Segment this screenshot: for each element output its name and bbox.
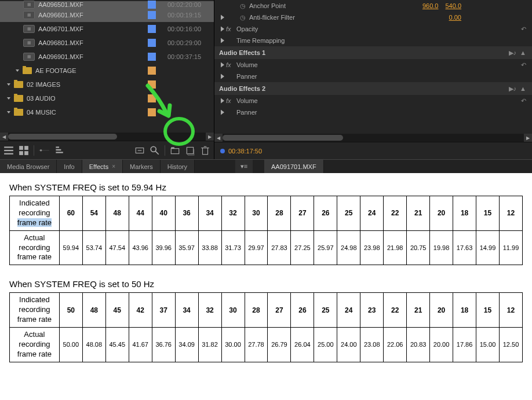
clip-row[interactable]: ▦AA096701.MXF00:00:16:00 bbox=[0, 22, 214, 36]
current-timecode[interactable]: 00:38:17:50 bbox=[228, 148, 262, 155]
project-panel: ▦AA096501.MXF00:02:20:00▦AA096601.MXF00:… bbox=[0, 0, 214, 159]
svg-rect-6 bbox=[24, 151, 28, 155]
actual-cell: 21.98 bbox=[384, 230, 407, 265]
indicated-cell: 32 bbox=[198, 293, 221, 328]
close-icon[interactable]: × bbox=[112, 163, 115, 170]
automate-icon[interactable] bbox=[134, 145, 145, 156]
find-icon[interactable] bbox=[150, 145, 160, 156]
expand-icon[interactable] bbox=[219, 97, 226, 104]
folder-twisty-icon[interactable] bbox=[6, 109, 12, 115]
sort-icon[interactable] bbox=[54, 145, 64, 156]
volume-row-1[interactable]: fx Volume ↶ bbox=[214, 59, 532, 71]
thumb-slider[interactable] bbox=[39, 145, 49, 156]
collapse-icon[interactable]: ▲ bbox=[520, 85, 526, 93]
label-swatch[interactable] bbox=[148, 53, 156, 61]
anchor-y-value[interactable]: 540.0 bbox=[445, 2, 461, 9]
panner-row-2[interactable]: Panner bbox=[214, 107, 532, 118]
label-swatch[interactable] bbox=[148, 108, 156, 116]
folder-name: AE FOOTAGE bbox=[35, 67, 136, 74]
fx-icon[interactable]: fx bbox=[226, 25, 233, 32]
reset-icon[interactable]: ↶ bbox=[521, 97, 526, 105]
indicated-cell: 44 bbox=[129, 196, 152, 231]
indicated-cell: 28 bbox=[268, 196, 291, 231]
label-swatch[interactable] bbox=[148, 67, 156, 75]
folder-row[interactable]: 04 MUSIC bbox=[0, 105, 214, 119]
collapse-icon[interactable]: ▲ bbox=[520, 49, 526, 57]
actual-cell: 36.76 bbox=[152, 328, 175, 362]
antiflicker-value[interactable]: 0.00 bbox=[449, 14, 461, 21]
expand-icon[interactable] bbox=[219, 61, 226, 68]
antiflicker-row[interactable]: ◷ Anti-flicker Filter 0.00 bbox=[214, 12, 532, 23]
clip-icon: ▦ bbox=[23, 25, 35, 33]
freq-table-59: Indicatedrecordingframe rate605448444036… bbox=[9, 196, 523, 265]
expand-icon[interactable] bbox=[219, 109, 226, 116]
expand-icon[interactable] bbox=[219, 25, 226, 32]
playhead-indicator-icon[interactable] bbox=[220, 149, 225, 153]
volume-row-2[interactable]: fx Volume ↶ bbox=[214, 95, 532, 107]
folder-twisty-icon[interactable] bbox=[6, 96, 12, 101]
actual-cell: 15.00 bbox=[476, 328, 500, 362]
reset-icon[interactable]: ↶ bbox=[521, 61, 526, 69]
label-swatch[interactable] bbox=[148, 25, 156, 33]
svg-rect-4 bbox=[24, 146, 28, 150]
row-label-actual: Actualrecordingframe rate bbox=[10, 328, 60, 362]
clip-row[interactable]: ▦AA096801.MXF00:00:29:00 bbox=[0, 36, 214, 50]
expand-icon[interactable] bbox=[219, 14, 226, 21]
label-swatch[interactable] bbox=[148, 11, 156, 19]
clip-row[interactable]: ▦AA096601.MXF00:00:19:15 bbox=[0, 8, 214, 22]
list-view-icon[interactable] bbox=[3, 145, 14, 156]
folder-row[interactable]: 02 IMAGES bbox=[0, 78, 214, 91]
panner-row-1[interactable]: Panner bbox=[214, 71, 532, 82]
tab-effects[interactable]: Effects× bbox=[82, 160, 123, 173]
effect-h-scroll[interactable]: ◀ ▶ bbox=[214, 134, 532, 142]
audio-effects-2-header[interactable]: Audio Effects 2 ▶♪▲ bbox=[214, 82, 532, 95]
label-swatch[interactable] bbox=[148, 94, 156, 102]
indicated-cell: 26 bbox=[314, 196, 337, 231]
indicated-cell: 48 bbox=[105, 196, 129, 231]
folder-row[interactable]: AE FOOTAGE bbox=[0, 64, 214, 78]
reset-icon[interactable]: ↶ bbox=[521, 25, 526, 33]
source-tab[interactable]: AA091701.MXF bbox=[264, 160, 324, 173]
tab-history[interactable]: History bbox=[161, 160, 195, 173]
folder-row[interactable]: 03 AUDIO bbox=[0, 91, 214, 105]
label-swatch[interactable] bbox=[148, 39, 156, 47]
bypass-icon[interactable]: ▶♪ bbox=[509, 85, 517, 93]
bypass-icon[interactable]: ▶♪ bbox=[509, 49, 517, 57]
stopwatch-icon[interactable]: ◷ bbox=[240, 2, 246, 10]
tab-markers[interactable]: Markers bbox=[123, 160, 161, 173]
new-item-icon[interactable] bbox=[185, 145, 195, 156]
icon-view-icon[interactable] bbox=[19, 145, 29, 156]
actual-cell: 50.00 bbox=[59, 328, 82, 362]
time-remapping-row[interactable]: Time Remapping bbox=[214, 35, 532, 46]
actual-cell: 43.96 bbox=[129, 230, 152, 265]
indicated-cell: 18 bbox=[453, 196, 476, 231]
folder-twisty-icon[interactable] bbox=[6, 82, 12, 87]
fx-icon[interactable]: fx bbox=[226, 97, 233, 104]
label-swatch[interactable] bbox=[148, 1, 156, 9]
indicated-cell: 40 bbox=[152, 196, 175, 231]
clip-duration: 00:00:37:15 bbox=[167, 53, 214, 60]
tab-media-browser[interactable]: Media Browser bbox=[0, 160, 57, 173]
panel-menu-icon[interactable]: ▾≡ bbox=[235, 160, 253, 173]
effect-footer: 00:38:17:50 bbox=[214, 142, 532, 159]
actual-cell: 24.98 bbox=[337, 230, 360, 265]
anchor-point-row[interactable]: ◷ Anchor Point 960.0 540.0 bbox=[214, 0, 532, 12]
anchor-x-value[interactable]: 960.0 bbox=[422, 2, 439, 9]
project-h-scroll[interactable]: ◀ ▶ bbox=[0, 133, 214, 141]
audio-effects-1-header[interactable]: Audio Effects 1 ▶♪▲ bbox=[214, 46, 532, 59]
tab-info[interactable]: Info bbox=[57, 160, 82, 173]
label-swatch[interactable] bbox=[148, 80, 156, 89]
clip-row[interactable]: ▦AA096901.MXF00:00:37:15 bbox=[0, 50, 214, 64]
indicated-cell: 12 bbox=[499, 196, 522, 231]
clip-row[interactable]: ▦AA096501.MXF00:02:20:00 bbox=[0, 1, 214, 8]
svg-rect-5 bbox=[19, 151, 23, 155]
fx-icon[interactable]: fx bbox=[226, 61, 233, 68]
expand-icon[interactable] bbox=[219, 73, 226, 80]
stopwatch-icon[interactable]: ◷ bbox=[240, 14, 246, 21]
expand-icon[interactable] bbox=[219, 37, 226, 44]
trash-icon[interactable] bbox=[200, 145, 210, 156]
folder-twisty-icon[interactable] bbox=[14, 68, 20, 74]
opacity-row[interactable]: fx Opacity ↶ bbox=[214, 23, 532, 35]
project-list: ▦AA096501.MXF00:02:20:00▦AA096601.MXF00:… bbox=[0, 0, 214, 133]
new-bin-icon[interactable] bbox=[170, 145, 180, 156]
